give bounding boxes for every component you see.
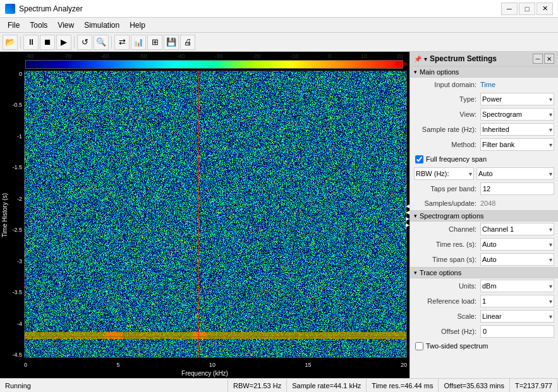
type-select-wrapper: Power RMS Peak [480, 93, 554, 105]
rbw-value-select[interactable]: Auto 100 200 [476, 167, 554, 180]
menu-file[interactable]: File [3, 20, 25, 31]
units-select[interactable]: dBm dBW W [480, 280, 554, 292]
x-axis-ticks: 0 5 10 15 20 [24, 362, 407, 368]
two-sided-row: Two-sided spectrum [410, 339, 558, 353]
y-tick-5: -2.5 [12, 227, 22, 233]
status-bar: Running RBW=21.53 Hz Sample rate=44.1 kH… [0, 378, 558, 392]
zoom-button[interactable]: 🔍 [94, 35, 109, 50]
plot-area: -80 -70 -60 -50 -40 -30 -20 -10 0 10 20 … [0, 52, 409, 378]
offset-label: Offset (Hz): [414, 328, 480, 335]
settings-panel: 📌 ▾ Spectrum Settings ─ ✕ ▾ Main options… [409, 52, 558, 378]
pause-button[interactable]: ⏸ [23, 35, 39, 50]
settings-pin-icon[interactable]: 📌 [414, 56, 422, 62]
sample-rate-select[interactable]: Inherited 44100 48000 [480, 123, 554, 136]
full-freq-checkbox[interactable] [415, 155, 423, 163]
y-axis-label: Time History (s) [1, 193, 8, 237]
method-select-wrapper: Filter bank FFT [480, 138, 554, 151]
full-freq-row: Full frequency span [410, 152, 558, 166]
toolbar-sep-3 [111, 36, 112, 49]
title-bar: Spectrum Analyzer ─ □ ✕ [0, 0, 558, 18]
close-button[interactable]: ✕ [537, 3, 553, 15]
settings-minimize-btn[interactable]: ─ [533, 54, 543, 64]
sample-rate-row: Sample rate (Hz): Inherited 44100 48000 [410, 122, 558, 137]
y-tick-3: -1.5 [12, 164, 22, 170]
cursor-vertical [198, 71, 199, 357]
grid-button[interactable]: ⊞ [147, 35, 162, 50]
print-button[interactable]: 🖨 [180, 35, 195, 50]
menu-tools[interactable]: Tools [25, 20, 52, 31]
offset-input[interactable] [480, 325, 554, 338]
arrow-right-3[interactable]: ▶ [406, 215, 409, 221]
colorbar [25, 60, 403, 69]
offset-value-wrap [480, 325, 554, 338]
status-T: T=2137.977 [510, 379, 558, 392]
export-button[interactable]: 💾 [164, 35, 179, 50]
maximize-button[interactable]: □ [519, 3, 535, 15]
method-label: Method: [414, 141, 480, 148]
collapse-arrows[interactable]: ◀ ◀ ▶ ▶ [406, 203, 409, 227]
taps-label: Taps per band: [414, 185, 480, 193]
menu-help[interactable]: Help [124, 20, 150, 31]
status-sample-rate: Sample rate=44.1 kHz [287, 379, 367, 392]
scale-select[interactable]: Linear Log [480, 310, 554, 323]
arrow-button[interactable]: ⇄ [114, 35, 130, 50]
y-tick-9: -4.5 [12, 352, 22, 358]
y-tick-8: -4 [17, 321, 22, 327]
trace-options-header[interactable]: ▾ Trace options [410, 267, 558, 278]
rbw-select[interactable]: RBW (Hz): RBW (bins): [414, 167, 474, 180]
two-sided-checkbox[interactable] [415, 342, 423, 350]
arrow-right-4[interactable]: ▶ [406, 222, 409, 227]
window-title: Spectrum Analyzer [19, 4, 501, 13]
menu-simulation[interactable]: Simulation [79, 20, 124, 31]
arrow-right-2[interactable]: ◀ [406, 209, 409, 215]
time-res-select[interactable]: Auto 0.01 0.1 [480, 238, 554, 251]
status-offset: Offset=35.633 mins [439, 379, 510, 392]
units-label: Units: [414, 282, 480, 290]
y-tick-0: 0 [19, 71, 22, 77]
x-tick-4: 20 [401, 362, 407, 368]
minimize-button[interactable]: ─ [501, 3, 518, 15]
y-tick-4: -2 [17, 196, 22, 202]
settings-down-icon[interactable]: ▾ [424, 56, 427, 62]
x-tick-2: 10 [209, 362, 215, 368]
main-content: -80 -70 -60 -50 -40 -30 -20 -10 0 10 20 … [0, 52, 558, 378]
reference-load-select[interactable]: 1 50 75 [480, 295, 554, 307]
sample-rate-label: Sample rate (Hz): [414, 126, 480, 133]
samples-label: Samples/update: [414, 199, 480, 207]
taps-input[interactable] [480, 182, 554, 195]
menu-bar: File Tools View Simulation Help [0, 18, 558, 33]
type-label: Type: [414, 95, 480, 103]
play-button[interactable]: ▶ [56, 35, 71, 50]
menu-view[interactable]: View [52, 20, 79, 31]
status-running: Running [0, 379, 228, 392]
input-domain-row: Input domain: Time [410, 78, 558, 92]
stop-button[interactable]: ⏹ [40, 35, 55, 50]
spectrogram-area[interactable] [24, 71, 407, 358]
offset-row: Offset (Hz): [410, 324, 558, 339]
main-options-header[interactable]: ▾ Main options [410, 66, 558, 78]
units-select-wrapper: dBm dBW W [480, 280, 554, 292]
open-button[interactable]: 📂 [3, 35, 18, 50]
input-domain-value: Time [480, 81, 495, 88]
time-span-select[interactable]: Auto 1 5 [480, 253, 554, 266]
arrow-right-1[interactable]: ◀ [406, 203, 409, 208]
view-label: View: [414, 110, 480, 118]
refresh-button[interactable]: ↺ [77, 35, 92, 50]
view-select[interactable]: Spectrogram Spectrum [480, 108, 554, 121]
type-select[interactable]: Power RMS Peak [480, 93, 554, 105]
y-tick-7: -3.5 [12, 289, 22, 295]
reference-load-select-wrapper: 1 50 75 [480, 295, 554, 307]
input-domain-value-wrap: Time [480, 80, 554, 89]
input-domain-label: Input domain: [414, 81, 480, 88]
method-select[interactable]: Filter bank FFT [480, 138, 554, 151]
sample-rate-select-wrapper: Inherited 44100 48000 [480, 123, 554, 136]
two-sided-label: Two-sided spectrum [426, 342, 488, 350]
channel-select[interactable]: Channel 1 Channel 2 [480, 223, 554, 235]
settings-close-btn[interactable]: ✕ [544, 54, 554, 64]
status-rbw: RBW=21.53 Hz [228, 379, 287, 392]
spectrogram-options-header[interactable]: ▾ Spectrogram options [410, 210, 558, 222]
settings-title: Spectrum Settings [430, 54, 497, 63]
chart-button[interactable]: 📊 [131, 35, 146, 50]
settings-header-controls: ─ ✕ [533, 54, 554, 64]
x-tick-3: 15 [305, 362, 311, 368]
